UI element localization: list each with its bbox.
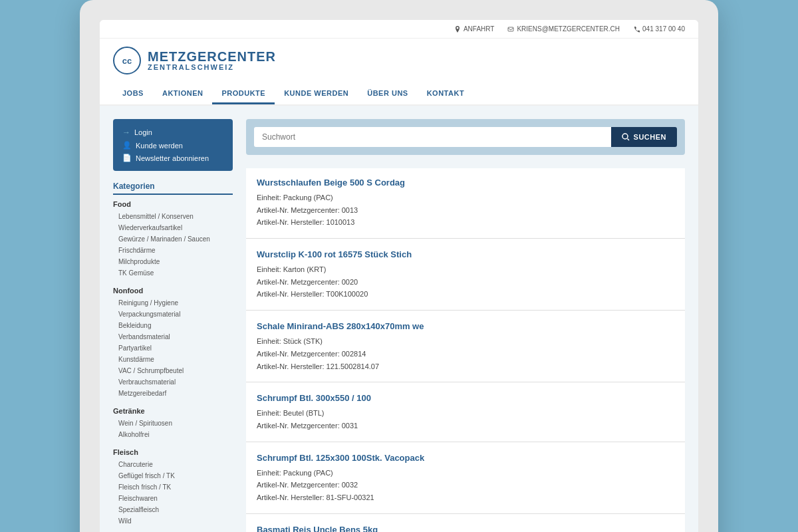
logo-area[interactable]: cc METZGERCENTER ZENTRALSCHWEIZ (113, 47, 276, 74)
top-bar: ANFAHRT KRIENS@METZGERCENTER.CH 041 317 … (100, 20, 698, 39)
sidebar-category-item[interactable]: Reinigung / Hygiene (113, 297, 233, 309)
sidebar-category-item[interactable]: TK Gemüse (113, 267, 233, 279)
svg-point-1 (622, 134, 628, 139)
product-item[interactable]: Schrumpf Btl. 125x300 100Stk. VacopackEi… (246, 444, 685, 514)
arrow-icon: → (122, 128, 130, 137)
sidebar-category-item[interactable]: Geflügel frisch / TK (113, 470, 233, 481)
nav-item-jobs[interactable]: JOBS (113, 84, 153, 104)
category-group: FleischCharcuterieGeflügel frisch / TKFl… (113, 448, 233, 527)
nav-item-produkte[interactable]: PRODUKTE (212, 84, 275, 104)
svg-rect-0 (508, 27, 513, 31)
sidebar-categories: FoodLebensmittel / KonservenWiederverkau… (113, 200, 233, 527)
sidebar-category-item[interactable]: Wiederverkaufsartikel (113, 222, 233, 233)
phone-icon (633, 26, 640, 33)
sidebar-category-item[interactable]: Lebensmittel / Konserven (113, 211, 233, 222)
search-button[interactable]: SUCHEN (611, 127, 677, 147)
newsletter-label: Newsletter abonnieren (136, 154, 209, 162)
product-details: Einheit: Stück (STK)Artikel-Nr. Metzgerc… (257, 335, 674, 372)
sidebar-category-item[interactable]: Partyartikel (113, 342, 233, 354)
product-name: Schrumpf Btl. 125x300 100Stk. Vacopack (257, 453, 674, 463)
category-group-title: Food (113, 200, 233, 208)
logo-text: METZGERCENTER ZENTRALSCHWEIZ (148, 50, 276, 71)
sidebar-category-item[interactable]: Gewürze / Marinaden / Saucen (113, 233, 233, 245)
products-area: SUCHEN Wurstschlaufen Beige 500 S Cordag… (246, 119, 685, 532)
login-label: Login (134, 128, 152, 136)
product-item[interactable]: Schale Minirand-ABS 280x140x70mm weEinhe… (246, 312, 685, 382)
search-button-label: SUCHEN (634, 133, 666, 141)
email-link[interactable]: KRIENS@METZGERCENTER.CH (507, 25, 620, 33)
product-artikel-hers: Artikel-Nr. Hersteller: 1010013 (257, 216, 674, 229)
product-item[interactable]: Wurstschlaufen Beige 500 S CordagEinheit… (246, 168, 685, 239)
product-name: Wurstclip K-100 rot 16575 Stück Stich (257, 249, 674, 259)
product-artikel-metz: Artikel-Nr. Metzgercenter: 002814 (257, 348, 674, 360)
kunde-label: Kunde werden (136, 142, 183, 150)
sidebar-category-item[interactable]: Verbrauchsmaterial (113, 376, 233, 388)
product-details: Einheit: Beutel (BTL)Artikel-Nr. Metzger… (257, 407, 674, 432)
sidebar-category-item[interactable]: Wein / Spirituosen (113, 418, 233, 429)
svg-line-2 (627, 139, 629, 141)
nav-item-kunde-werden[interactable]: KUNDE WERDEN (275, 84, 358, 104)
product-name: Schrumpf Btl. 300x550 / 100 (257, 393, 674, 403)
category-group: NonfoodReinigung / HygieneVerpackungsmat… (113, 287, 233, 399)
product-details: Einheit: Packung (PAC)Artikel-Nr. Metzge… (257, 192, 674, 229)
category-group: FoodLebensmittel / KonservenWiederverkau… (113, 200, 233, 279)
product-artikel-metz: Artikel-Nr. Metzgercenter: 0031 (257, 420, 674, 432)
category-group-title: Getränke (113, 407, 233, 415)
logo-title: METZGERCENTER (148, 50, 276, 63)
product-name: Wurstschlaufen Beige 500 S Cordag (257, 178, 674, 188)
kunde-item[interactable]: 👤 Kunde werden (122, 139, 223, 152)
sidebar-category-item[interactable]: Fleischwaren (113, 493, 233, 504)
product-name: Schale Minirand-ABS 280x140x70mm we (257, 321, 674, 331)
sidebar-category-item[interactable]: Verbandsmaterial (113, 331, 233, 342)
category-group-title: Nonfood (113, 287, 233, 295)
sidebar-category-item[interactable]: Alkoholfrei (113, 429, 233, 440)
sidebar-category-item[interactable]: Bekleidung (113, 320, 233, 331)
laptop-screen: ANFAHRT KRIENS@METZGERCENTER.CH 041 317 … (100, 20, 698, 532)
laptop-frame: ANFAHRT KRIENS@METZGERCENTER.CH 041 317 … (80, 0, 718, 532)
product-einheit: Einheit: Packung (PAC) (257, 192, 674, 204)
product-name: Basmati Reis Uncle Bens 5kg (257, 525, 674, 532)
phone-link[interactable]: 041 317 00 40 (633, 25, 685, 33)
nav-item-kontakt[interactable]: KONTAKT (418, 84, 473, 104)
location-icon (454, 26, 461, 33)
sidebar-category-item[interactable]: Kunstdärme (113, 354, 233, 365)
product-artikel-hers: Artikel-Nr. Hersteller: 81-SFU-00321 (257, 491, 674, 504)
sidebar-category-item[interactable]: Fleisch frisch / TK (113, 481, 233, 493)
anfahrt-link[interactable]: ANFAHRT (454, 25, 495, 33)
product-artikel-metz: Artikel-Nr. Metzgercenter: 0032 (257, 479, 674, 491)
navigation: JOBSAKTIONENPRODUKTEKUNDE WERDENÜBER UNS… (113, 84, 685, 104)
product-artikel-metz: Artikel-Nr. Metzgercenter: 0013 (257, 204, 674, 217)
product-item[interactable]: Basmati Reis Uncle Bens 5kgEinheit: Pack… (246, 515, 685, 532)
product-artikel-hers: Artikel-Nr. Hersteller: 121.5002814.07 (257, 360, 674, 373)
search-icon (622, 133, 630, 141)
main-content: → Login 👤 Kunde werden 📄 Newsletter abon… (100, 106, 698, 532)
nav-item-aktionen[interactable]: AKTIONEN (153, 84, 212, 104)
anfahrt-label: ANFAHRT (464, 25, 495, 33)
sidebar: → Login 👤 Kunde werden 📄 Newsletter abon… (113, 119, 233, 532)
product-item[interactable]: Wurstclip K-100 rot 16575 Stück StichEin… (246, 240, 685, 311)
sidebar-category-item[interactable]: Frischdärme (113, 245, 233, 256)
newsletter-item[interactable]: 📄 Newsletter abonnieren (122, 152, 223, 164)
doc-icon: 📄 (122, 154, 132, 162)
product-artikel-hers: Artikel-Nr. Hersteller: T00K100020 (257, 288, 674, 301)
search-input[interactable] (254, 127, 611, 147)
sidebar-category-item[interactable]: Charcuterie (113, 459, 233, 470)
nav-item-über-uns[interactable]: ÜBER UNS (358, 84, 417, 104)
product-artikel-metz: Artikel-Nr. Metzgercenter: 0020 (257, 276, 674, 289)
sidebar-category-item[interactable]: Wild (113, 515, 233, 527)
phone-label: 041 317 00 40 (642, 25, 685, 33)
sidebar-category-item[interactable]: Metzgereibedarf (113, 388, 233, 399)
login-item[interactable]: → Login (122, 126, 223, 139)
sidebar-category-item[interactable]: Milchprodukte (113, 256, 233, 267)
logo-circle-text: cc (122, 56, 132, 66)
user-icon: 👤 (122, 141, 132, 150)
product-details: Einheit: Karton (KRT)Artikel-Nr. Metzger… (257, 263, 674, 301)
email-label: KRIENS@METZGERCENTER.CH (517, 25, 620, 33)
products-list: Wurstschlaufen Beige 500 S CordagEinheit… (246, 168, 685, 532)
product-item[interactable]: Schrumpf Btl. 300x550 / 100Einheit: Beut… (246, 384, 685, 442)
sidebar-category-item[interactable]: Spezialfleisch (113, 504, 233, 515)
categories-title: Kategorien (113, 182, 233, 195)
logo-circle: cc (113, 47, 141, 74)
sidebar-category-item[interactable]: VAC / Schrumpfbeutel (113, 365, 233, 376)
sidebar-category-item[interactable]: Verpackungsmaterial (113, 309, 233, 320)
